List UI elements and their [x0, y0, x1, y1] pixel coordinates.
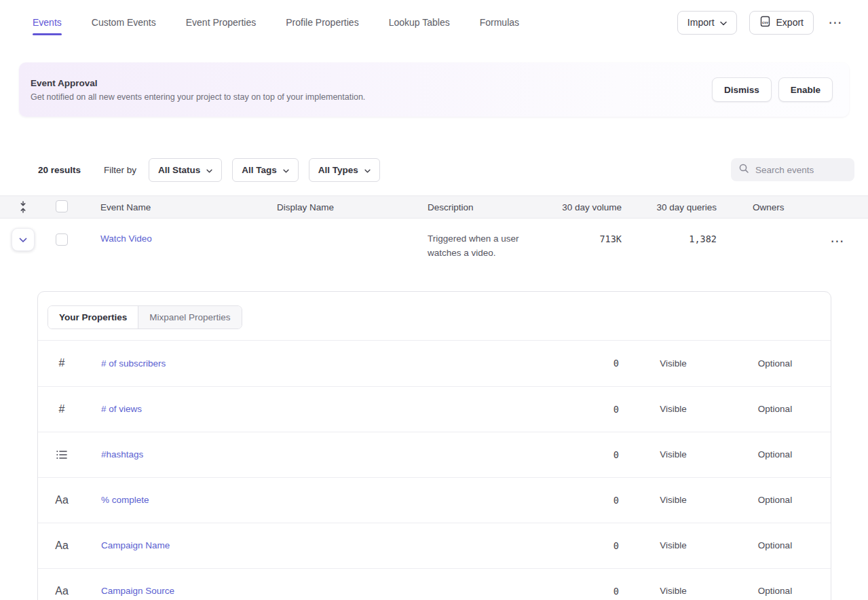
- search-events-input[interactable]: [755, 165, 847, 175]
- property-name-link[interactable]: Campaign Name: [86, 540, 537, 550]
- types-filter-value: All Types: [318, 165, 358, 175]
- property-requirement[interactable]: Optional: [728, 404, 823, 414]
- property-count: 0: [537, 404, 619, 415]
- collapse-row-button[interactable]: [12, 228, 35, 251]
- property-name-link[interactable]: Campaign Source: [86, 586, 537, 596]
- property-count: 0: [537, 449, 619, 460]
- top-navigation: Events Custom Events Event Properties Pr…: [0, 0, 868, 45]
- property-row: Aa Campaign Source 0 Visible Optional: [38, 568, 831, 600]
- property-visibility[interactable]: Visible: [619, 449, 728, 460]
- property-requirement[interactable]: Optional: [728, 495, 823, 505]
- tab-lookup-tables[interactable]: Lookup Tables: [389, 1, 450, 43]
- csv-file-icon: csv: [759, 16, 771, 29]
- property-row: # # of views 0 Visible Optional: [38, 386, 831, 432]
- properties-list: # # of subscribers 0 Visible Optional # …: [38, 341, 831, 600]
- more-options-button[interactable]: ⋯: [826, 13, 845, 32]
- export-button[interactable]: csv Export: [749, 11, 814, 35]
- row-checkbox[interactable]: [56, 233, 68, 246]
- tab-event-properties[interactable]: Event Properties: [186, 1, 257, 43]
- header-event-name: Event Name: [100, 202, 277, 212]
- number-icon: #: [38, 403, 86, 415]
- header-queries: 30 day queries: [624, 202, 719, 212]
- property-row: # # of subscribers 0 Visible Optional: [38, 341, 831, 386]
- import-button[interactable]: Import: [677, 11, 737, 35]
- banner-text: Event Approval Get notified on all new e…: [31, 78, 365, 102]
- property-row: Aa Campaign Name 0 Visible Optional: [38, 523, 831, 568]
- header-display-name: Display Name: [277, 202, 428, 212]
- header-owners: Owners: [719, 202, 808, 212]
- chevron-down-icon: [720, 17, 727, 28]
- property-requirement[interactable]: Optional: [728, 358, 823, 369]
- property-name-link[interactable]: % complete: [86, 495, 537, 505]
- banner-description: Get notified on all new events entering …: [31, 92, 365, 102]
- tab-mixpanel-properties[interactable]: Mixpanel Properties: [138, 306, 241, 329]
- search-events-box[interactable]: [731, 158, 854, 181]
- property-count: 0: [537, 586, 619, 597]
- import-button-label: Import: [687, 17, 715, 28]
- event-volume: 713K: [536, 233, 624, 244]
- properties-tabs-header: Your Properties Mixpanel Properties: [38, 292, 831, 341]
- list-icon: [38, 450, 86, 460]
- property-requirement[interactable]: Optional: [728, 449, 823, 460]
- filter-by-label: Filter by: [104, 165, 136, 175]
- export-button-label: Export: [776, 17, 804, 28]
- property-name-link[interactable]: # of subscribers: [86, 358, 537, 369]
- tags-filter-value: All Tags: [242, 165, 277, 175]
- property-visibility[interactable]: Visible: [619, 495, 728, 505]
- chevron-down-icon: [19, 235, 27, 245]
- event-properties-panel: Your Properties Mixpanel Properties # # …: [37, 291, 831, 600]
- enable-button[interactable]: Enable: [778, 77, 833, 102]
- events-table: Event Name Display Name Description 30 d…: [0, 195, 868, 274]
- banner-actions: Dismiss Enable: [712, 77, 833, 102]
- tab-your-properties[interactable]: Your Properties: [48, 306, 138, 329]
- text-icon: Aa: [38, 494, 86, 506]
- select-all-checkbox[interactable]: [56, 200, 68, 212]
- tab-custom-events[interactable]: Custom Events: [92, 1, 156, 43]
- text-icon: Aa: [38, 540, 86, 552]
- chevron-down-icon: [364, 165, 371, 175]
- properties-tab-group: Your Properties Mixpanel Properties: [48, 305, 242, 329]
- status-filter-dropdown[interactable]: All Status: [149, 158, 222, 182]
- property-requirement[interactable]: Optional: [728, 586, 823, 596]
- collapse-rows-icon[interactable]: [0, 201, 46, 213]
- text-icon: Aa: [38, 585, 86, 597]
- property-requirement[interactable]: Optional: [728, 540, 823, 550]
- nav-actions: Import csv Export ⋯: [677, 11, 845, 35]
- lexicon-tabs: Events Custom Events Event Properties Pr…: [33, 1, 519, 43]
- banner-title: Event Approval: [31, 78, 365, 88]
- property-visibility[interactable]: Visible: [619, 358, 728, 369]
- events-table-header: Event Name Display Name Description 30 d…: [0, 195, 868, 219]
- property-visibility[interactable]: Visible: [619, 540, 728, 550]
- more-icon: ⋯: [829, 16, 843, 29]
- event-approval-banner: Event Approval Get notified on all new e…: [19, 62, 849, 117]
- more-icon: ⋯: [831, 234, 845, 248]
- property-row: Aa % complete 0 Visible Optional: [38, 477, 831, 523]
- property-count: 0: [537, 358, 619, 369]
- filter-toolbar: 20 results Filter by All Status All Tags…: [0, 157, 868, 182]
- search-icon: [738, 163, 749, 176]
- event-row: Watch Video Triggered when a user watche…: [0, 219, 868, 274]
- property-visibility[interactable]: Visible: [619, 586, 728, 596]
- number-icon: #: [38, 357, 86, 369]
- results-count: 20 results: [38, 165, 81, 175]
- event-queries: 1,382: [624, 233, 719, 244]
- tab-formulas[interactable]: Formulas: [480, 1, 519, 43]
- property-row: #hashtags 0 Visible Optional: [38, 432, 831, 477]
- property-name-link[interactable]: #hashtags: [86, 449, 537, 460]
- types-filter-dropdown[interactable]: All Types: [309, 158, 380, 182]
- tab-events[interactable]: Events: [33, 1, 62, 43]
- event-name-link[interactable]: Watch Video: [100, 233, 152, 244]
- dismiss-button[interactable]: Dismiss: [712, 77, 772, 102]
- tab-profile-properties[interactable]: Profile Properties: [286, 1, 358, 43]
- chevron-down-icon: [206, 165, 212, 175]
- chevron-down-icon: [283, 165, 289, 175]
- tags-filter-dropdown[interactable]: All Tags: [232, 158, 299, 182]
- property-visibility[interactable]: Visible: [619, 404, 728, 414]
- status-filter-value: All Status: [158, 165, 200, 175]
- header-description: Description: [428, 202, 536, 212]
- header-volume: 30 day volume: [536, 202, 624, 212]
- property-name-link[interactable]: # of views: [86, 404, 537, 414]
- svg-text:csv: csv: [762, 20, 768, 24]
- property-count: 0: [537, 540, 619, 551]
- row-more-options-button[interactable]: ⋯: [828, 231, 847, 250]
